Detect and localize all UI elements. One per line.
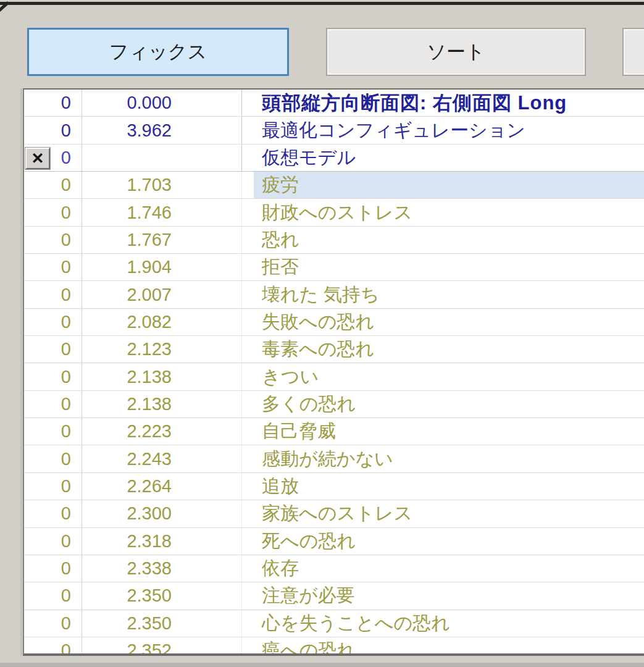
- row-label-cell: 最適化コンフィギュレーション: [254, 117, 644, 143]
- row-spacer-cell: [179, 418, 242, 445]
- row-count-cell: 0: [24, 309, 82, 335]
- table-row[interactable]: 0 2.264 追放: [24, 473, 644, 500]
- row-value-cell: 2.223: [82, 418, 179, 445]
- row-spacer-cell: [179, 172, 242, 198]
- row-value-cell: 2.007: [82, 281, 179, 308]
- row-count-cell: 0: [24, 391, 82, 417]
- row-spacer-cell: [179, 528, 242, 555]
- table-row[interactable]: 0 2.300 家族へのストレス: [24, 500, 644, 527]
- row-value-cell: 2.300: [82, 500, 179, 527]
- row-spacer-cell: [179, 445, 242, 472]
- table-row[interactable]: 0 2.350 心を失うことへの恐れ: [24, 610, 644, 637]
- table-row[interactable]: 0 2.350 注意が必要: [24, 582, 644, 610]
- row-label-cell: 恐れ: [254, 227, 644, 253]
- row-count-cell: 0: [24, 172, 82, 198]
- row-value-cell: 2.123: [82, 336, 179, 363]
- fix-button[interactable]: フィックス: [27, 28, 289, 76]
- row-label-cell: 仮想モデル: [254, 145, 644, 171]
- row-gap-cell: [242, 227, 254, 253]
- row-gap-cell: [242, 528, 254, 555]
- row-label-cell: きつい: [254, 363, 644, 390]
- row-gap-cell: [242, 90, 254, 116]
- table-row[interactable]: 0 2.243 感動が続かない: [24, 445, 644, 472]
- table-row[interactable]: 0 2.082 失敗への恐れ: [24, 309, 644, 336]
- row-gap-cell: [242, 473, 254, 500]
- row-label-cell: 疲労: [254, 172, 644, 198]
- row-count-cell: 0: [24, 227, 82, 253]
- row-value-cell: 2.082: [82, 309, 179, 335]
- table-row[interactable]: 0 1.767 恐れ: [24, 227, 644, 254]
- table-row[interactable]: 0 2.338 依存: [24, 555, 644, 582]
- row-label-cell: 注意が必要: [254, 582, 644, 609]
- row-spacer-cell: [179, 309, 242, 335]
- row-spacer-cell: [179, 117, 242, 143]
- row-spacer-cell: [179, 610, 242, 637]
- row-gap-cell: [242, 391, 254, 417]
- row-count-cell: 0: [24, 199, 82, 225]
- row-spacer-cell: [179, 336, 242, 363]
- row-label-cell: 拒否: [254, 254, 644, 280]
- table-row[interactable]: 0 0.000 頭部縦方向断面図: 右側面図 Long: [24, 90, 644, 117]
- row-value-cell: 1.703: [82, 172, 179, 198]
- row-value-cell: 2.138: [82, 391, 179, 417]
- row-value-cell: 2.350: [82, 582, 179, 609]
- row-value-cell: 1.767: [82, 227, 179, 253]
- app-window: フィックス ソート 0 0.000 頭部縦方向断面図: 右側面図 Long 0 …: [0, 0, 644, 667]
- table-row[interactable]: 0 2.138 多くの恐れ: [24, 391, 644, 418]
- row-gap-cell: [242, 336, 254, 363]
- partial-button[interactable]: [622, 28, 644, 76]
- row-gap-cell: [242, 309, 254, 335]
- table-row[interactable]: 0 2.352 癌への恐れ: [24, 637, 644, 656]
- row-count-cell: 0: [24, 445, 82, 472]
- row-label-cell: 感動が続かない: [254, 445, 644, 472]
- row-count-cell: 0: [24, 555, 82, 582]
- row-gap-cell: [242, 582, 254, 609]
- fix-button-label: フィックス: [109, 39, 207, 65]
- table-row[interactable]: 0 1.904 拒否: [24, 254, 644, 281]
- row-count-cell: 0: [24, 500, 82, 527]
- row-count-cell: 0: [24, 363, 82, 390]
- row-value-cell: 2.352: [82, 637, 179, 656]
- row-spacer-cell: [179, 281, 242, 308]
- table-row[interactable]: 0 2.123 毒素への恐れ: [24, 336, 644, 363]
- table-row[interactable]: 0 2.223 自己脅威: [24, 418, 644, 445]
- row-label-cell: 毒素への恐れ: [254, 336, 644, 363]
- row-value-cell: 2.264: [82, 473, 179, 500]
- row-spacer-cell: [179, 145, 242, 171]
- row-label-cell: 家族へのストレス: [254, 500, 644, 527]
- sort-button-label: ソート: [427, 39, 485, 65]
- row-value-cell: 2.138: [82, 363, 179, 390]
- table-row[interactable]: 0 1.703 疲労: [24, 172, 644, 199]
- table-row[interactable]: 0 2.007 壊れた 気持ち: [24, 281, 644, 308]
- row-label-cell: 頭部縦方向断面図: 右側面図 Long: [254, 90, 644, 116]
- row-count-cell: 0: [24, 336, 82, 363]
- row-count-cell: 0: [24, 528, 82, 555]
- row-label-cell: 失敗への恐れ: [254, 309, 644, 335]
- table-left-shadow: [20, 88, 22, 656]
- table-row[interactable]: ✕ 0 仮想モデル: [24, 145, 644, 172]
- row-value-cell: 2.350: [82, 610, 179, 637]
- close-icon: ✕: [31, 151, 44, 166]
- table-row[interactable]: 0 2.318 死への恐れ: [24, 528, 644, 555]
- row-count-cell: 0: [24, 254, 82, 280]
- row-gap-cell: [242, 363, 254, 390]
- row-count-cell: 0: [24, 610, 82, 637]
- row-value-cell: 2.243: [82, 445, 179, 472]
- table-row[interactable]: 0 2.138 きつい: [24, 363, 644, 390]
- row-gap-cell: [242, 254, 254, 280]
- sort-button[interactable]: ソート: [326, 28, 586, 76]
- row-value-cell: 1.746: [82, 199, 179, 225]
- row-count-cell: 0: [24, 281, 82, 308]
- row-value-cell: 2.318: [82, 528, 179, 555]
- close-button[interactable]: ✕: [25, 148, 50, 169]
- table-row[interactable]: 0 1.746 財政へのストレス: [24, 199, 644, 226]
- row-label-cell: 追放: [254, 473, 644, 500]
- table-row[interactable]: 0 3.962 最適化コンフィギュレーション: [24, 117, 644, 144]
- row-value-cell: [82, 145, 179, 171]
- row-value-cell: 3.962: [82, 117, 179, 143]
- row-value-cell: 1.904: [82, 254, 179, 280]
- row-gap-cell: [242, 117, 254, 143]
- row-count-cell: 0: [24, 418, 82, 445]
- row-gap-cell: [242, 418, 254, 445]
- row-label-cell: 多くの恐れ: [254, 391, 644, 417]
